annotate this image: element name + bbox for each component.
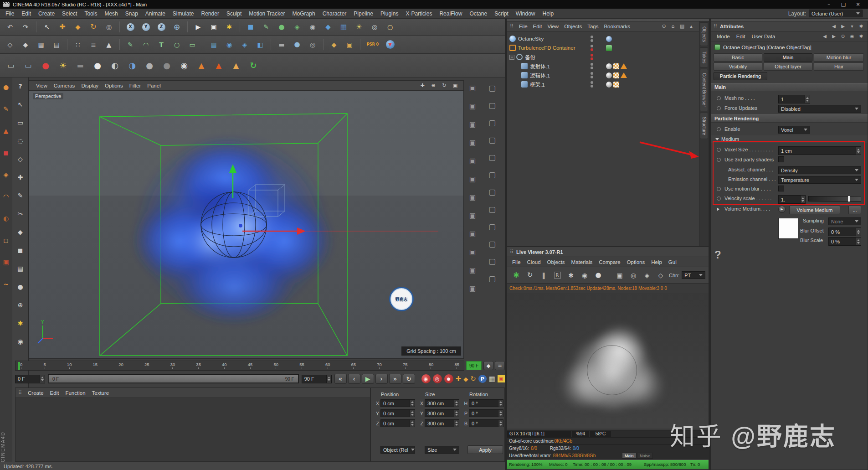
render-region-icon[interactable]: R — [552, 270, 563, 281]
visibility-dots[interactable] — [591, 72, 593, 78]
cube-add-icon[interactable]: ◼ — [15, 245, 26, 255]
pause-render-icon[interactable]: ‖ — [538, 270, 549, 281]
more-options-button[interactable]: ... — [848, 206, 861, 214]
menu-item[interactable]: Edit — [18, 10, 35, 18]
model-mode-icon[interactable]: ◆ — [18, 38, 33, 52]
om-menu-item[interactable]: Bookmarks — [601, 23, 633, 30]
help-icon[interactable] — [714, 248, 721, 261]
frame-tick[interactable]: 25 — [144, 362, 149, 369]
dock-cube-icon[interactable]: ▣ — [467, 174, 478, 184]
text-spline-icon[interactable]: T — [154, 38, 169, 52]
dock-view-icon[interactable]: ▢ — [487, 274, 498, 284]
next-element-icon[interactable]: ▶ — [830, 34, 837, 39]
last-tool-icon[interactable]: ◎ — [102, 20, 116, 34]
menu-item[interactable]: Help — [539, 10, 558, 18]
menu-item[interactable]: Octane — [466, 10, 491, 18]
mograph-icon[interactable]: ◈ — [290, 20, 304, 34]
quantize-icon[interactable]: ▣ — [342, 38, 357, 52]
size-field[interactable]: 300 cm — [425, 419, 459, 427]
keyframe-dot[interactable] — [717, 148, 721, 152]
menu-item[interactable]: Plugins — [377, 10, 402, 18]
frame-tick[interactable]: 35 — [196, 362, 201, 369]
slider-handle[interactable] — [848, 196, 850, 201]
timeline-ruler[interactable]: 0510152025303540455055606570758085 — [15, 361, 464, 371]
redo-icon[interactable]: ↷ — [18, 20, 33, 34]
keyframe-dot[interactable] — [717, 187, 721, 191]
stepper[interactable] — [454, 400, 459, 407]
deformer-icon[interactable]: ◆ — [321, 20, 335, 34]
x-axis-lock-icon[interactable]: X — [123, 20, 138, 34]
force-updates-dropdown[interactable]: Disabled — [778, 105, 861, 113]
material-menu-item[interactable]: Create — [25, 389, 47, 397]
dock-cube-icon[interactable]: ▣ — [467, 229, 478, 239]
object-name[interactable]: 框架.1 — [530, 81, 545, 88]
rectangle-select-icon[interactable]: ▭ — [15, 118, 26, 128]
move-tool-icon[interactable]: ✚ — [55, 20, 70, 34]
light-icon[interactable]: ○ — [383, 20, 397, 34]
spline-pen-icon[interactable]: ✎ — [259, 20, 273, 34]
volume-medium-button[interactable]: Volume Medium — [789, 206, 840, 214]
panel-grip-icon[interactable]: ⠿ — [510, 24, 514, 29]
move-icon[interactable]: ✚ — [15, 172, 26, 182]
object-name[interactable]: 备份 — [525, 53, 535, 61]
frame-tick[interactable]: 80 — [429, 362, 434, 369]
render-view-icon[interactable]: ▶ — [191, 20, 205, 34]
object-row[interactable]: 框架.1 — [509, 80, 692, 89]
frame-tick[interactable]: 5 — [43, 362, 46, 369]
object-row[interactable]: OctaneSky — [509, 34, 692, 43]
prev-element-icon[interactable]: ◀ — [821, 34, 828, 39]
panel-divider[interactable] — [505, 19, 507, 470]
end-frame-box[interactable]: 90 F — [466, 361, 482, 370]
dock-view-icon[interactable]: ▢ — [487, 239, 498, 249]
record-keyframe-button[interactable]: ◉ — [421, 374, 431, 383]
menu-item[interactable]: Animate — [142, 10, 169, 18]
rotate-tool-icon[interactable]: ↻ — [86, 20, 101, 34]
tab-visibility[interactable]: Visibility — [714, 62, 762, 71]
spline-pen-tool-icon[interactable]: ✎ — [123, 38, 138, 52]
tab-object-layer[interactable]: Object layer — [764, 62, 812, 71]
lasso-select-icon[interactable]: ◌ — [15, 136, 26, 146]
menu-item[interactable]: Simulate — [169, 10, 198, 18]
stepper[interactable] — [856, 228, 861, 236]
spline-rectangle-icon[interactable]: ▭ — [185, 38, 200, 52]
sphere-half-icon[interactable]: ◐ — [107, 57, 123, 75]
object-row[interactable]: TurbulenceFD Container — [509, 43, 692, 52]
section-main[interactable]: Main — [711, 83, 868, 91]
lock-resolution-icon[interactable]: ◉ — [579, 270, 590, 281]
point-level-animation-button[interactable]: ▦ — [489, 376, 495, 382]
magnet-icon[interactable]: ◉ — [15, 336, 26, 346]
rotate-view-icon[interactable]: ↻ — [440, 82, 449, 90]
side-tab[interactable]: Objects — [700, 22, 708, 46]
separator[interactable] — [67, 39, 67, 50]
sphere-blue-icon[interactable]: ◑ — [124, 57, 140, 75]
velocity-scale-slider[interactable] — [808, 196, 861, 201]
position-field[interactable]: 0 cm — [380, 419, 415, 427]
tab-hair[interactable]: Hair — [814, 62, 864, 71]
smear-tool-icon[interactable]: ◠ — [0, 191, 11, 201]
layout-window-icon[interactable]: ▭ — [3, 57, 19, 75]
plane-icon[interactable]: ▤ — [15, 263, 26, 274]
dock-view-icon[interactable]: ▢ — [487, 256, 498, 266]
instance-icon[interactable]: ◈ — [237, 38, 252, 52]
dock-view-icon[interactable]: ▢ — [487, 118, 498, 128]
edges-mode-icon[interactable]: ≡ — [86, 38, 101, 52]
next-frame-button[interactable]: › — [375, 374, 388, 384]
refresh-cache-icon[interactable]: ↻ — [245, 57, 262, 75]
frame-tick[interactable]: 55 — [299, 362, 304, 369]
render-picture-viewer-icon[interactable]: ▣ — [206, 20, 221, 34]
stepper[interactable] — [454, 410, 459, 417]
menu-item[interactable]: Window — [512, 10, 539, 18]
simulate-icon[interactable]: ◉ — [305, 20, 320, 34]
sphere-gray-icon[interactable]: ● — [141, 57, 158, 75]
menu-item[interactable]: Character — [319, 10, 350, 18]
material-tag-icon[interactable] — [606, 82, 612, 88]
dock-view-icon[interactable]: ▢ — [487, 222, 498, 232]
axis-center-icon[interactable]: ⊕ — [15, 300, 26, 310]
autokey-button[interactable]: ◎ — [433, 374, 442, 383]
texture-tag-icon[interactable] — [613, 72, 619, 78]
menu-item[interactable]: Snap — [122, 10, 142, 18]
menu-item[interactable]: Mesh — [101, 10, 121, 18]
dock-cube-icon[interactable]: ▣ — [467, 284, 478, 294]
panel-grip-icon[interactable]: ⠿ — [714, 24, 717, 29]
attr-menu-item[interactable]: User Data — [749, 33, 779, 40]
